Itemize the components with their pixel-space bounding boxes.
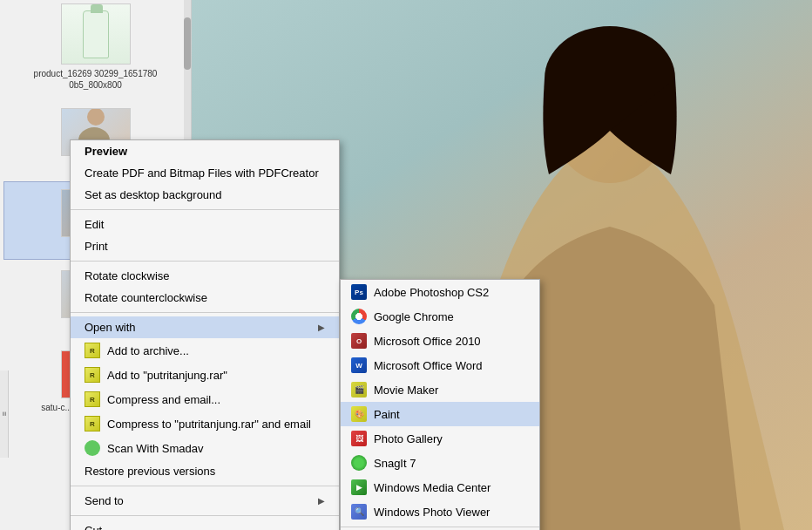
context-menu-item-pdfcreator[interactable]: Create PDF and Bitmap Files with PDFCrea… <box>71 162 339 184</box>
context-menu-item-restore[interactable]: Restore previous versions <box>71 460 339 482</box>
submenu-item-chrome[interactable]: Google Chrome <box>341 304 539 329</box>
moviemaker-icon: 🎬 <box>351 382 367 398</box>
context-menu-item-rotate-ccw[interactable]: Rotate counterclockwise <box>71 287 339 309</box>
context-menu-item-add-archive[interactable]: R Add to archive... <box>71 338 339 363</box>
winrar-icon-4: R <box>85 416 100 431</box>
scrollbar-thumb[interactable] <box>184 17 191 70</box>
submenu-item-wmc[interactable]: ▶ Windows Media Center <box>341 475 539 499</box>
photoviewer-icon: 🔍 <box>351 504 367 520</box>
winrar-icon-3: R <box>85 391 100 407</box>
submenu-item-paint[interactable]: 🎨 Paint <box>341 402 539 426</box>
context-menu-label-open-with: Open with <box>85 321 136 334</box>
submenu-label-snagit: SnagIt 7 <box>374 457 416 470</box>
context-menu-label-cut: Cut <box>85 524 102 530</box>
context-menu-label-edit: Edit <box>85 218 104 231</box>
context-menu-label-print: Print <box>85 240 108 253</box>
divider-3 <box>71 312 339 313</box>
product-bottle-icon <box>83 10 109 58</box>
context-menu-item-cut[interactable]: Cut <box>71 520 339 530</box>
send-to-arrow-icon: ▶ <box>318 496 325 506</box>
divider-4 <box>71 486 339 486</box>
context-menu-item-compress-rar-email[interactable]: R Compress to "putritanjung.rar" and ema… <box>71 411 339 436</box>
person-head-1 <box>87 108 105 126</box>
submenu-divider <box>341 527 539 527</box>
photoshop-icon: Ps <box>351 284 367 300</box>
send-to-content: Send to <box>85 494 124 507</box>
context-menu-label-restore: Restore previous versions <box>85 465 215 478</box>
submenu-item-moviemaker[interactable]: 🎬 Movie Maker <box>341 377 539 402</box>
divider-1 <box>71 209 339 210</box>
submenu-label-photoshop: Adobe Photoshop CS2 <box>374 286 489 299</box>
submenu-label-chrome: Google Chrome <box>374 310 454 323</box>
context-menu-label-smadav: Scan With Smadav <box>107 442 204 455</box>
context-menu-label-rotate-cw: Rotate clockwise <box>85 269 170 282</box>
context-menu-label-compress-email: Compress and email... <box>107 393 220 406</box>
context-menu: Preview Create PDF and Bitmap Files with… <box>70 139 340 530</box>
context-menu-label-send-to: Send to <box>85 494 124 507</box>
context-menu-item-edit[interactable]: Edit <box>71 214 339 235</box>
submenu-item-photogallery[interactable]: 🖼 Photo Gallery <box>341 426 539 451</box>
submenu-item-photoshop[interactable]: Ps Adobe Photoshop CS2 <box>341 280 539 304</box>
file-thumbnail-product <box>61 3 131 65</box>
submenu-item-word[interactable]: W Microsoft Office Word <box>341 353 539 377</box>
context-menu-label-rotate-ccw: Rotate counterclockwise <box>85 291 207 304</box>
winrar-icon-1: R <box>85 343 100 358</box>
left-scroll-panel: ≡ <box>0 370 9 458</box>
submenu-label-photoviewer: Windows Photo Viewer <box>374 506 490 519</box>
context-menu-label-add-rar: Add to "putritanjung.rar" <box>107 369 227 382</box>
context-menu-label-compress-rar-email: Compress to "putritanjung.rar" and email <box>107 418 311 431</box>
submenu-item-office[interactable]: O Microsoft Office 2010 <box>341 329 539 353</box>
context-menu-item-smadav[interactable]: Scan With Smadav <box>71 436 339 460</box>
context-menu-item-preview[interactable]: Preview <box>71 140 339 162</box>
context-menu-label-add-archive: Add to archive... <box>107 344 189 357</box>
submenu-label-word: Microsoft Office Word <box>374 359 483 372</box>
submenu-item-photoviewer[interactable]: 🔍 Windows Photo Viewer <box>341 499 539 524</box>
divider-5 <box>71 515 339 516</box>
smadav-icon <box>85 440 100 456</box>
context-menu-item-send-to[interactable]: Send to ▶ <box>71 490 339 512</box>
context-menu-item-compress-email[interactable]: R Compress and email... <box>71 387 339 411</box>
office-icon: O <box>351 333 367 349</box>
paint-icon: 🎨 <box>351 406 367 422</box>
submenu-label-office: Microsoft Office 2010 <box>374 335 481 348</box>
context-menu-item-rotate-cw[interactable]: Rotate clockwise <box>71 265 339 287</box>
submenu-item-snagit[interactable]: SnagIt 7 <box>341 451 539 475</box>
file-item-product[interactable]: product_16269 30299_1651780 0b5_800x800 <box>3 0 187 98</box>
context-menu-label-desktop-bg: Set as desktop background <box>85 188 222 201</box>
submenu-label-wmc: Windows Media Center <box>374 481 491 494</box>
wmc-icon: ▶ <box>351 479 367 495</box>
open-with-arrow-icon: ▶ <box>318 323 325 332</box>
snagit-icon <box>351 455 367 471</box>
winrar-icon-2: R <box>85 367 100 383</box>
file-label-product: product_16269 30299_1651780 0b5_800x800 <box>10 68 180 91</box>
divider-2 <box>71 261 339 262</box>
submenu-label-paint: Paint <box>374 408 400 421</box>
submenu-label-photogallery: Photo Gallery <box>374 432 443 445</box>
open-with-content: Open with <box>85 321 136 334</box>
photogallery-icon: 🖼 <box>351 431 367 446</box>
open-with-submenu: Ps Adobe Photoshop CS2 Google Chrome O M… <box>340 279 540 530</box>
scroll-indicator: ≡ <box>0 411 9 416</box>
chrome-icon <box>351 309 367 324</box>
context-menu-item-open-with[interactable]: Open with ▶ <box>71 316 339 338</box>
submenu-label-moviemaker: Movie Maker <box>374 384 438 397</box>
context-menu-item-desktop-bg[interactable]: Set as desktop background <box>71 184 339 206</box>
word-icon: W <box>351 357 367 373</box>
context-menu-item-print[interactable]: Print <box>71 235 339 257</box>
context-menu-label-preview: Preview <box>85 145 127 158</box>
context-menu-label-pdfcreator: Create PDF and Bitmap Files with PDFCrea… <box>85 166 319 180</box>
context-menu-item-add-rar[interactable]: R Add to "putritanjung.rar" <box>71 363 339 387</box>
